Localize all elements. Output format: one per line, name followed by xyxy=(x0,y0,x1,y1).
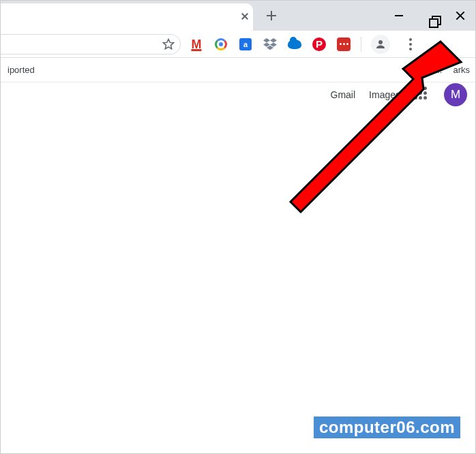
svg-point-0 xyxy=(378,40,383,44)
bookmark-folder-2-label: arks xyxy=(453,65,470,75)
extension-separator xyxy=(361,37,361,52)
address-bar[interactable] xyxy=(0,34,181,55)
minimize-button[interactable] xyxy=(383,1,414,31)
bookmark-folder-1[interactable]: O... xyxy=(413,65,442,75)
window-close-button[interactable] xyxy=(445,1,475,31)
google-apps-icon[interactable] xyxy=(414,87,430,103)
watermark: computer06.com xyxy=(314,417,460,438)
google-extension-icon[interactable] xyxy=(213,37,228,52)
new-tab-button[interactable] xyxy=(263,7,280,24)
tab-strip xyxy=(1,1,475,31)
tag-extension-icon[interactable]: a xyxy=(238,37,253,52)
dropbox-extension-icon[interactable] xyxy=(263,37,278,52)
gmail-extension-icon[interactable]: M xyxy=(189,37,204,52)
onedrive-extension-icon[interactable] xyxy=(287,37,302,52)
account-avatar[interactable]: M xyxy=(444,83,467,106)
bookmarks-imported-label: iported xyxy=(6,65,35,75)
window-controls xyxy=(383,1,475,31)
page-header: Gmail Images M xyxy=(1,82,475,107)
gmail-link[interactable]: Gmail xyxy=(331,89,356,100)
active-tab[interactable] xyxy=(1,3,253,31)
bookmark-folder-2[interactable]: arks xyxy=(453,65,470,75)
extensions-row: M a P xyxy=(189,35,420,54)
toolbar: M a P xyxy=(1,31,475,58)
bookmark-folder-1-label: O... xyxy=(428,65,442,75)
lastpass-extension-icon[interactable] xyxy=(336,37,351,52)
maximize-button[interactable] xyxy=(414,1,445,31)
close-tab-icon[interactable] xyxy=(241,12,249,20)
bookmarks-bar: iported O... arks xyxy=(1,58,475,82)
folder-icon xyxy=(413,65,423,74)
chrome-menu-button[interactable] xyxy=(402,36,419,52)
bookmark-star-icon[interactable] xyxy=(162,38,175,50)
pinterest-extension-icon[interactable]: P xyxy=(312,37,327,52)
profile-button[interactable] xyxy=(371,35,390,54)
images-link[interactable]: Images xyxy=(369,89,400,100)
